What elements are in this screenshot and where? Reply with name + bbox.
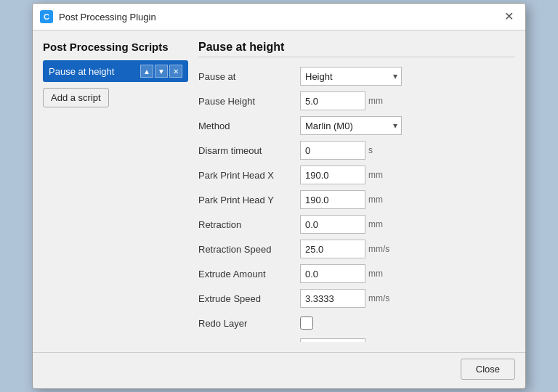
form-row: Park Print Head Ymm [198, 189, 511, 210]
field-label-5: Park Print Head Y [198, 195, 300, 205]
number-input-standby-...perature[interactable] [300, 338, 365, 342]
form-row: Extrude Speedmm/s [198, 288, 511, 309]
form-row: Retractionmm [198, 214, 511, 234]
number-input-extrude-amount[interactable] [300, 264, 365, 283]
field-label-0: Pause at [198, 71, 300, 82]
unit-label-5: mm [368, 195, 395, 205]
select-wrapper-2: Marlin (M0)Marlin (M25)GriffinRepRap [300, 116, 402, 135]
select-method[interactable]: Marlin (M0)Marlin (M25)GriffinRepRap [300, 116, 402, 135]
field-label-3: Disarm timeout [198, 145, 300, 156]
script-item-pause-at-height[interactable]: Pause at height ▲ ▼ ✕ [43, 60, 188, 82]
script-remove-button[interactable]: ✕ [169, 65, 182, 78]
form-row: Pause atHeightLayer [198, 66, 511, 86]
form-row: Extrude Amountmm [198, 264, 511, 284]
unit-label-6: mm [368, 219, 395, 229]
form-row: Disarm timeouts [198, 140, 511, 160]
settings-scroll-area[interactable]: Pause atHeightLayerPause HeightmmMethodM… [198, 66, 515, 342]
script-item-controls: ▲ ▼ ✕ [140, 65, 182, 78]
field-label-4: Park Print Head X [198, 170, 300, 181]
field-value-4: mm [300, 166, 511, 184]
field-label-2: Method [198, 121, 300, 131]
form-row: MethodMarlin (M0)Marlin (M25)GriffinRepR… [198, 115, 511, 136]
field-value-7: mm/s [300, 240, 511, 258]
number-input-pause-height[interactable] [300, 91, 365, 110]
field-value-2: Marlin (M0)Marlin (M25)GriffinRepRap [300, 116, 511, 135]
field-value-6: mm [300, 215, 511, 234]
select-pause-at[interactable]: HeightLayer [300, 67, 402, 86]
number-input-retraction-speed[interactable] [300, 240, 365, 258]
field-value-8: mm [300, 264, 511, 283]
form-row: Retraction Speedmm/s [198, 239, 511, 259]
add-script-button[interactable]: Add a script [43, 88, 109, 107]
app-icon: C [40, 10, 53, 23]
field-value-5: mm [300, 190, 511, 209]
number-input-extrude-speed[interactable] [300, 289, 365, 308]
form-row: Redo Layer [198, 313, 511, 333]
field-value-1: mm [300, 91, 511, 110]
number-input-retraction[interactable] [300, 215, 365, 234]
select-wrapper-0: HeightLayer [300, 67, 402, 86]
field-label-10: Redo Layer [198, 318, 300, 329]
field-label-8: Extrude Amount [198, 269, 300, 279]
form-row: Park Print Head Xmm [198, 165, 511, 185]
unit-label-9: mm/s [368, 293, 395, 303]
close-dialog-button[interactable]: Close [461, 359, 515, 380]
title-bar-left: C Post Processing Plugin [40, 10, 156, 23]
field-value-3: s [300, 141, 511, 160]
number-input-park-print-head-y[interactable] [300, 190, 365, 209]
field-label-6: Retraction [198, 219, 300, 230]
number-input-park-print-head-x[interactable] [300, 166, 365, 184]
checkbox-redo-layer[interactable] [300, 317, 313, 330]
field-label-1: Pause Height [198, 96, 300, 107]
main-content: Post Processing Scripts Pause at height … [33, 30, 525, 352]
title-bar: C Post Processing Plugin ✕ [33, 4, 525, 30]
unit-label-7: mm/s [368, 244, 395, 254]
field-value-9: mm/s [300, 289, 511, 308]
field-value-11: °C [300, 338, 511, 342]
number-input-disarm-timeout[interactable] [300, 141, 365, 160]
dialog-title: Post Processing Plugin [59, 12, 156, 23]
dialog-footer: Close [33, 352, 525, 388]
left-panel: Post Processing Scripts Pause at height … [43, 41, 188, 342]
field-value-10 [300, 317, 511, 330]
unit-label-8: mm [368, 269, 395, 279]
field-label-9: Extrude Speed [198, 293, 300, 304]
right-panel-heading: Pause at height [198, 41, 515, 57]
window-close-button[interactable]: ✕ [500, 9, 518, 24]
field-value-0: HeightLayer [300, 67, 511, 86]
script-move-up-button[interactable]: ▲ [140, 65, 153, 78]
field-label-7: Retraction Speed [198, 244, 300, 255]
right-panel: Pause at height Pause atHeightLayerPause… [198, 41, 515, 342]
form-row: Standby ...perature°C [198, 338, 511, 342]
post-processing-dialog: C Post Processing Plugin ✕ Post Processi… [32, 3, 526, 389]
left-panel-heading: Post Processing Scripts [43, 41, 188, 53]
unit-label-3: s [368, 145, 395, 155]
form-row: Pause Heightmm [198, 91, 511, 111]
script-item-label: Pause at height [49, 66, 114, 77]
script-move-down-button[interactable]: ▼ [155, 65, 168, 78]
unit-label-1: mm [368, 96, 395, 106]
unit-label-4: mm [368, 170, 395, 180]
